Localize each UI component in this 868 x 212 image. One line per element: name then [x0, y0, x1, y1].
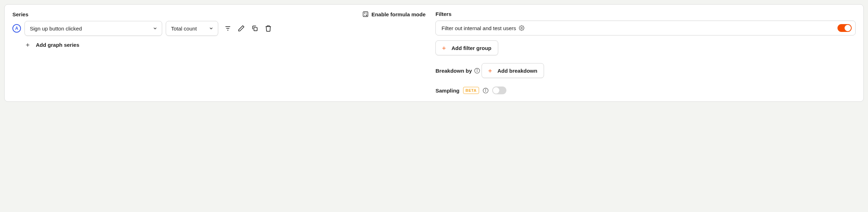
filter-toggle[interactable]: [837, 24, 852, 32]
filter-item[interactable]: Filter out internal and test users: [435, 21, 856, 35]
chevron-down-icon: [153, 26, 158, 31]
chevron-down-icon: [209, 26, 214, 31]
series-row: A Sign up button clicked Total count: [12, 21, 425, 36]
aggregation-select-value: Total count: [171, 26, 197, 32]
series-badge: A: [12, 24, 21, 33]
sampling-section: Sampling BETA: [435, 87, 856, 94]
series-column: Series Enable formula mode A: [12, 11, 425, 94]
filter-label-wrap: Filter out internal and test users: [441, 25, 524, 31]
series-actions: [223, 24, 273, 33]
svg-point-11: [521, 27, 522, 29]
info-icon[interactable]: [474, 68, 480, 74]
query-config-panel: Series Enable formula mode A: [4, 4, 864, 102]
breakdown-header: Breakdown by: [435, 68, 480, 74]
beta-badge: BETA: [463, 87, 479, 94]
filter-label: Filter out internal and test users: [441, 25, 516, 31]
add-graph-series-button[interactable]: ＋ Add graph series: [24, 41, 425, 48]
copy-icon[interactable]: [250, 24, 259, 33]
enable-formula-mode-button[interactable]: Enable formula mode: [362, 11, 426, 17]
info-icon[interactable]: [483, 88, 489, 94]
formula-icon: [362, 11, 369, 17]
breakdown-section: Breakdown by ＋ Add breakdown: [435, 63, 856, 78]
add-breakdown-label: Add breakdown: [498, 68, 538, 74]
sampling-toggle[interactable]: [492, 87, 506, 94]
gear-icon[interactable]: [519, 25, 524, 31]
filters-title: Filters: [435, 11, 856, 17]
add-breakdown-button[interactable]: ＋ Add breakdown: [482, 63, 544, 78]
svg-point-14: [477, 69, 477, 69]
svg-rect-10: [254, 28, 257, 31]
event-select-value: Sign up button clicked: [30, 26, 82, 32]
series-header: Series Enable formula mode: [12, 11, 425, 17]
plus-icon: ＋: [487, 67, 493, 74]
add-filter-label: Add filter group: [451, 45, 491, 51]
edit-icon[interactable]: [237, 24, 246, 33]
plus-icon: ＋: [441, 45, 447, 51]
add-filter-group-button[interactable]: ＋ Add filter group: [435, 40, 498, 55]
formula-toggle-label: Enable formula mode: [372, 11, 426, 17]
breakdown-title: Breakdown by: [435, 68, 472, 74]
filters-column: Filters Filter out internal and test use…: [435, 11, 856, 94]
aggregation-select[interactable]: Total count: [166, 21, 218, 36]
event-select[interactable]: Sign up button clicked: [24, 21, 162, 36]
sampling-title: Sampling: [435, 88, 460, 94]
plus-icon: ＋: [24, 41, 31, 48]
svg-rect-0: [363, 12, 368, 17]
series-title: Series: [12, 11, 28, 17]
delete-icon[interactable]: [264, 24, 273, 33]
svg-point-17: [485, 89, 486, 89]
filter-icon[interactable]: [223, 24, 232, 33]
add-series-label: Add graph series: [36, 42, 79, 48]
